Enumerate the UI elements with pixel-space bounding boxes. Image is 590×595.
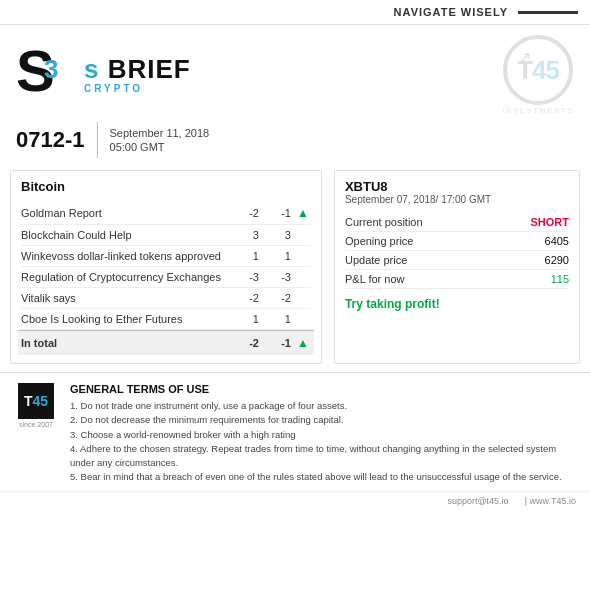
edition-number: 0712-1 bbox=[16, 127, 85, 153]
table-row: Winkevoss dollar-linked tokens approved … bbox=[21, 246, 311, 267]
xbt-date: September 07, 2018/ 17:00 GMT bbox=[345, 194, 569, 205]
footer-t45-accent: 45 bbox=[32, 393, 48, 409]
footer-bottom: support@t45.io | www.T45.io bbox=[0, 491, 590, 510]
xbt-val: 6405 bbox=[545, 235, 569, 247]
bitcoin-panel: Bitcoin Goldman Report -2 -1 ▲ Blockchai… bbox=[10, 170, 322, 364]
row-val2: -3 bbox=[263, 271, 291, 283]
brief-text: s BRIEF CRYPTO bbox=[84, 56, 191, 94]
terms-item: 3. Choose a world-renowned broker with a… bbox=[70, 428, 576, 442]
try-profit-cta: Try taking profit! bbox=[345, 297, 569, 311]
row-label: Regulation of Cryptocurrency Exchanges bbox=[21, 271, 227, 283]
total-row: In total -2 -1 ▲ bbox=[18, 330, 314, 355]
edition-date: September 11, 2018 05:00 GMT bbox=[110, 127, 210, 153]
xbt-label: Opening price bbox=[345, 235, 414, 247]
terms-item: 5. Bear in mind that a breach of even on… bbox=[70, 470, 576, 484]
row-val1: -2 bbox=[231, 292, 259, 304]
website-link: | www.T45.io bbox=[525, 496, 576, 506]
total-label: In total bbox=[21, 337, 227, 349]
row-val2: -2 bbox=[263, 292, 291, 304]
xbt-symbol: XBTU8 bbox=[345, 179, 569, 194]
t45-investments-label: INVESTMENTS bbox=[502, 107, 574, 114]
terms-list: 1. Do not trade one instrument only, use… bbox=[70, 399, 576, 485]
navigate-wisely-label: NAVIGATE WISELY bbox=[394, 6, 508, 18]
edition-date-line: September 11, 2018 bbox=[110, 127, 210, 139]
terms-item: 2. Do not decrease the minimum requireme… bbox=[70, 413, 576, 427]
footer-logo: T45 since 2007 bbox=[14, 383, 58, 428]
row-val2: 1 bbox=[263, 313, 291, 325]
terms-item: 4. Adhere to the chosen strategy. Repeat… bbox=[70, 442, 576, 471]
footer-t45-box: T45 bbox=[18, 383, 54, 419]
total-val2: -1 bbox=[263, 337, 291, 349]
t45-arrow-icon: ↗ bbox=[517, 47, 532, 69]
xbt-label: P&L for now bbox=[345, 273, 405, 285]
table-row: Blockchain Could Help 3 3 bbox=[21, 225, 311, 246]
xbt-val-short: SHORT bbox=[531, 216, 570, 228]
xbt-row-pl: P&L for now 115 bbox=[345, 270, 569, 289]
edition-row: 0712-1 September 11, 2018 05:00 GMT bbox=[0, 120, 590, 166]
row-val1: -2 bbox=[231, 207, 259, 219]
terms-title: GENERAL TERMS OF USE bbox=[70, 383, 576, 395]
top-bar: NAVIGATE WISELY bbox=[0, 0, 590, 25]
xbt-row-opening: Opening price 6405 bbox=[345, 232, 569, 251]
row-val2: 1 bbox=[263, 250, 291, 262]
row-val2: 3 bbox=[263, 229, 291, 241]
total-val1: -2 bbox=[231, 337, 259, 349]
brief-sub: CRYPTO bbox=[84, 83, 191, 94]
table-row: Regulation of Cryptocurrency Exchanges -… bbox=[21, 267, 311, 288]
row-label: Cboe Is Looking to Ether Futures bbox=[21, 313, 227, 325]
table-row: Cboe Is Looking to Ether Futures 1 1 bbox=[21, 309, 311, 330]
row-label: Vitalik says bbox=[21, 292, 227, 304]
t45-circle: ↗ T45 bbox=[503, 35, 573, 105]
xbt-label: Update price bbox=[345, 254, 407, 266]
row-label: Goldman Report bbox=[21, 207, 227, 219]
row-label: Winkevoss dollar-linked tokens approved bbox=[21, 250, 227, 262]
table-row: Goldman Report -2 -1 ▲ bbox=[21, 202, 311, 225]
xbt-row-position: Current position SHORT bbox=[345, 213, 569, 232]
footer-t45-text: T45 bbox=[24, 393, 48, 409]
edition-time-line: 05:00 GMT bbox=[110, 141, 210, 153]
brief-title: s BRIEF bbox=[84, 56, 191, 82]
row-val1: -3 bbox=[231, 271, 259, 283]
xbt-label: Current position bbox=[345, 216, 423, 228]
footer-terms: GENERAL TERMS OF USE 1. Do not trade one… bbox=[70, 383, 576, 485]
row-val2: -1 bbox=[263, 207, 291, 219]
footer-since: since 2007 bbox=[19, 421, 53, 428]
brand-row: S 3 s BRIEF CRYPTO ↗ T45 INVESTMENTS bbox=[0, 25, 590, 120]
xbt-val-pl: 115 bbox=[551, 273, 569, 285]
main-content: Bitcoin Goldman Report -2 -1 ▲ Blockchai… bbox=[0, 170, 590, 364]
brand-left: S 3 s BRIEF CRYPTO bbox=[16, 46, 191, 104]
row-val1: 1 bbox=[231, 250, 259, 262]
row-val1: 1 bbox=[231, 313, 259, 325]
brief-word: BRIEF bbox=[108, 54, 191, 84]
xbt-row-update: Update price 6290 bbox=[345, 251, 569, 270]
three-number: 3 bbox=[44, 54, 58, 85]
t45-logo: ↗ T45 INVESTMENTS bbox=[502, 35, 574, 114]
top-bar-decoration bbox=[518, 11, 578, 14]
table-row: Vitalik says -2 -2 bbox=[21, 288, 311, 309]
arrow-icon: ▲ bbox=[295, 206, 311, 220]
bitcoin-title: Bitcoin bbox=[21, 179, 311, 194]
xbt-panel: XBTU8 September 07, 2018/ 17:00 GMT Curr… bbox=[334, 170, 580, 364]
s-logo: S 3 bbox=[16, 46, 74, 104]
support-email: support@t45.io bbox=[447, 496, 508, 506]
brief-s: s bbox=[84, 54, 108, 84]
row-label: Blockchain Could Help bbox=[21, 229, 227, 241]
xbt-val: 6290 bbox=[545, 254, 569, 266]
total-arrow-icon: ▲ bbox=[295, 336, 311, 350]
terms-item: 1. Do not trade one instrument only, use… bbox=[70, 399, 576, 413]
footer: T45 since 2007 GENERAL TERMS OF USE 1. D… bbox=[0, 372, 590, 491]
row-val1: 3 bbox=[231, 229, 259, 241]
edition-divider bbox=[97, 122, 98, 158]
